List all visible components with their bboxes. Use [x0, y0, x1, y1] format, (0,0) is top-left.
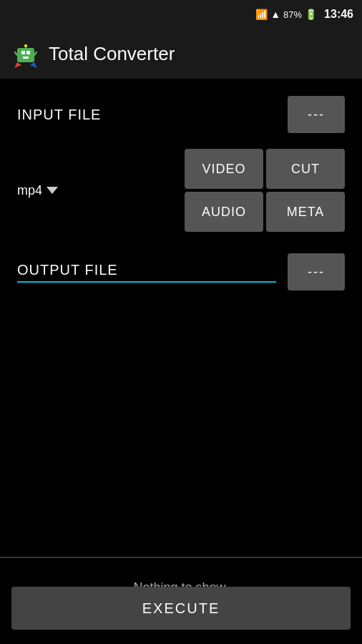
input-file-label: INPUT FILE [17, 107, 101, 123]
format-value: mp4 [17, 183, 42, 198]
signal-icon: ▲ [270, 9, 280, 20]
status-time: 13:46 [324, 8, 353, 21]
svg-point-6 [24, 44, 27, 47]
svg-rect-0 [17, 48, 34, 62]
format-dropdown[interactable]: mp4 [17, 183, 179, 198]
app-bar: Total Converter [0, 29, 362, 79]
status-bar: 📶 ▲ 87% 🔋 13:46 [0, 0, 362, 29]
wifi-icon: 📶 [255, 9, 268, 20]
output-file-label: OUTPUT FILE [17, 262, 118, 278]
cut-button[interactable]: CUT [266, 149, 345, 189]
battery-icon: 🔋 [305, 9, 317, 20]
svg-rect-1 [21, 51, 25, 54]
output-browse-button[interactable]: --- [288, 253, 345, 291]
divider [0, 557, 362, 558]
conversion-buttons: VIDEO CUT AUDIO META [185, 149, 345, 232]
svg-line-5 [34, 52, 36, 55]
output-file-label-wrap: OUTPUT FILE [17, 262, 276, 283]
input-browse-button[interactable]: --- [288, 96, 345, 133]
battery-percent: 87% [283, 9, 302, 20]
input-file-row: INPUT FILE --- [0, 79, 362, 142]
output-file-row: OUTPUT FILE --- [0, 239, 362, 291]
main-content: INPUT FILE --- mp4 VIDEO CUT AUDIO META … [0, 79, 362, 644]
svg-marker-9 [30, 62, 37, 68]
svg-rect-2 [26, 51, 30, 54]
app-title: Total Converter [49, 43, 175, 65]
video-button[interactable]: VIDEO [185, 149, 263, 189]
svg-line-4 [15, 52, 17, 55]
svg-rect-3 [23, 57, 29, 59]
execute-button[interactable]: EXECUTE [11, 587, 351, 630]
meta-button[interactable]: META [266, 192, 345, 232]
format-row: mp4 VIDEO CUT AUDIO META [0, 142, 362, 239]
app-icon [11, 39, 40, 68]
audio-button[interactable]: AUDIO [185, 192, 263, 232]
dropdown-arrow-icon [47, 187, 58, 194]
svg-marker-8 [14, 62, 21, 68]
status-icons: 📶 ▲ 87% 🔋 13:46 [255, 8, 353, 21]
